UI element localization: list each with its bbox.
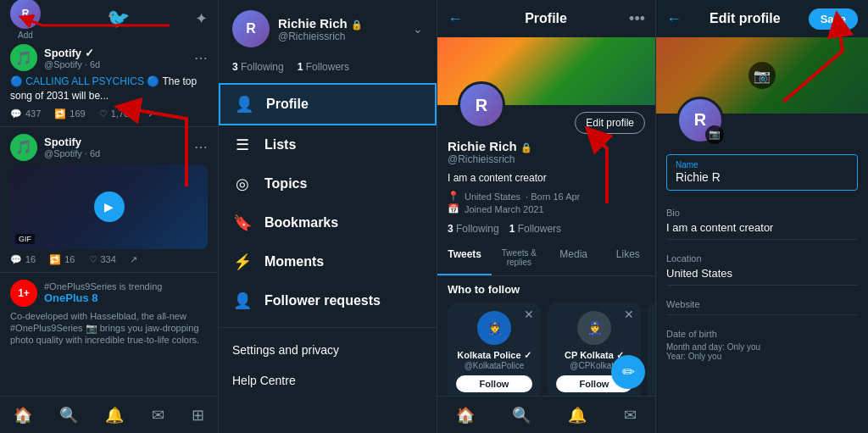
profile-bio: I am a content creator [437,169,655,187]
user-avatar-group: R Add [10,0,41,40]
profile-handle: @Richieissrich [448,153,515,165]
menu-user-handle: @Richieissrich [278,31,363,42]
edit-profile-panel: ← Edit profile Save 📷 R 📷 Name Bio I am … [656,0,868,433]
reply-count: 437 [25,108,41,119]
menu-item-lists[interactable]: ☰ Lists [219,125,437,164]
born-meta: · Born 16 Apr [526,192,580,202]
trending-header: 1+ #OnePlus9Series is trending OnePlus 8 [10,280,208,307]
like-action-2[interactable]: ♡ 334 [89,254,116,265]
tweet-header-2: 🎵 Spotify @Spotify · 6d ⋯ [10,134,208,161]
website-field-section: Website [656,292,868,322]
joined-meta: 📅 Joined March 2021 [448,203,645,214]
profile-bottom-nav: 🏠 🔍 🔔 ✉ [437,396,655,433]
qr-nav-icon[interactable]: ⊞ [192,406,204,425]
tweet-avatar-2: 🎵 [10,134,37,161]
compose-fab-button[interactable]: ✏ [611,355,645,389]
messages-nav-icon[interactable]: ✉ [152,406,164,425]
trending-label: #OnePlus9Series is trending [44,281,162,291]
profile-more-icon[interactable]: ••• [629,10,645,28]
help-centre-item[interactable]: Help Centre [219,365,437,396]
feed-bottom-nav: 🏠 🔍 🔔 ✉ ⊞ [0,396,218,433]
profile-info: Richie Rich 🔒 @Richieissrich [437,134,655,169]
retweet-action[interactable]: 🔁 169 [54,108,85,119]
name-field-label: Name [676,160,849,169]
following-profile-stat[interactable]: 3 Following [448,223,499,235]
location-label: Location [666,253,858,264]
menu-item-topics[interactable]: ◎ Topics [219,164,437,203]
edit-profile-title: Edit profile [709,11,781,26]
retweet-action-2[interactable]: 🔁 16 [49,254,75,265]
location-divider [666,285,858,286]
tab-tweets[interactable]: Tweets [437,240,492,275]
lists-menu-label: Lists [264,137,296,153]
bio-label: Bio [666,208,858,218]
menu-item-follower-requests[interactable]: 👤 Follower requests [219,281,437,320]
tab-tweets-replies[interactable]: Tweets & replies [492,240,546,275]
settings-privacy-item[interactable]: Settings and privacy [219,335,437,365]
menu-chevron-icon[interactable]: ⌄ [413,22,423,36]
kolkata-police-handle: @KolkataPolice [456,361,532,370]
bookmarks-menu-label: Bookmarks [264,215,338,230]
website-label: Website [666,299,858,309]
tweet-actions: 💬 437 🔁 169 ♡ 1,702 ↗ [10,108,208,119]
edit-profile-button[interactable]: Edit profile [575,112,645,134]
play-button[interactable]: ▶ [94,192,125,222]
notifications-nav-icon[interactable]: 🔔 [105,406,124,425]
menu-item-profile[interactable]: 👤 Profile [219,83,437,125]
follow-suggestions: ✕ 👮 Kolkata Police ✓ @KolkataPolice Foll… [437,299,655,404]
banner-camera-icon[interactable]: 📷 [748,62,776,89]
menu-header: R Richie Rich 🔒 @Richieissrich ⌄ [219,0,437,58]
tweet-item[interactable]: 🎵 Spotify ✓ @Spotify · 6d ⋯ 🔵 CALLING AL… [0,37,218,127]
tab-likes[interactable]: Likes [601,240,655,275]
followers-profile-stat[interactable]: 1 Followers [509,223,561,235]
reply-action[interactable]: 💬 437 [10,108,41,119]
share-action[interactable]: ↗ [147,108,155,119]
tweet-highlight: CALLING ALL PSYCHICS [25,75,144,87]
dob-field-section: Date of birth Month and day: Only you Ye… [656,322,868,368]
save-profile-button[interactable]: Save [809,8,858,30]
name-input[interactable] [676,170,849,184]
trending-item[interactable]: 1+ #OnePlus9Series is trending OnePlus 8… [0,273,218,353]
who-to-follow-label: Who to follow [437,276,655,299]
trending-desc: Co-developed with Hasselblad, the all-ne… [10,310,208,347]
share-action-2[interactable]: ↗ [130,254,137,265]
close-cp-icon[interactable]: ✕ [624,308,634,321]
profile-back-button[interactable]: ← [448,10,463,28]
dob-month-note: Month and day: Only you [666,342,858,352]
oneplus-avatar: 1+ [10,280,37,307]
reply-action-2[interactable]: 💬 16 [10,254,36,265]
tab-media[interactable]: Media [547,240,601,275]
menu-user-name: Richie Rich 🔒 [278,16,363,31]
menu-avatar: R [232,10,270,47]
edit-back-button[interactable]: ← [666,10,682,28]
lock-icon: 🔒 [351,19,363,30]
tweet-item-media[interactable]: 🎵 Spotify @Spotify · 6d ⋯ ▶ GIF 💬 16 🔁 1… [0,127,218,273]
search-profile-nav[interactable]: 🔍 [512,406,531,425]
twitter-logo: 🐦 [107,8,130,30]
name-field-box: Name [666,154,858,191]
bio-value[interactable]: I am a content creator [666,221,858,234]
cp-kolkata-avatar: 👮 [577,311,611,345]
profile-header-top: ← Profile ••• [437,0,655,37]
tweet-more-icon-2[interactable]: ⋯ [194,139,208,155]
search-nav-icon[interactable]: 🔍 [59,406,78,425]
following-stat: 3 Following [232,61,284,73]
like-action[interactable]: ♡ 1,702 [99,108,135,119]
menu-item-bookmarks[interactable]: 🔖 Bookmarks [219,203,437,242]
location-value[interactable]: United States [666,267,858,280]
user-avatar[interactable]: R [10,0,41,29]
profile-lock-icon: 🔒 [520,142,532,153]
notifications-profile-nav[interactable]: 🔔 [568,406,587,425]
menu-item-moments[interactable]: ⚡ Moments [219,242,437,281]
follower-requests-menu-icon: 👤 [232,291,253,310]
close-kolkata-icon[interactable]: ✕ [524,308,534,321]
tweet-media: ▶ GIF [10,164,208,249]
home-profile-nav[interactable]: 🏠 [456,406,475,425]
side-menu-panel: R Richie Rich 🔒 @Richieissrich ⌄ 3 Follo… [219,0,437,433]
avatar-camera-icon[interactable]: 📷 [705,125,724,144]
tweet-more-icon[interactable]: ⋯ [194,50,208,66]
home-nav-icon[interactable]: 🏠 [14,406,32,425]
follow-kolkata-button[interactable]: Follow [456,375,532,392]
sparkle-icon[interactable]: ✦ [195,9,208,28]
messages-profile-nav[interactable]: ✉ [624,406,637,425]
